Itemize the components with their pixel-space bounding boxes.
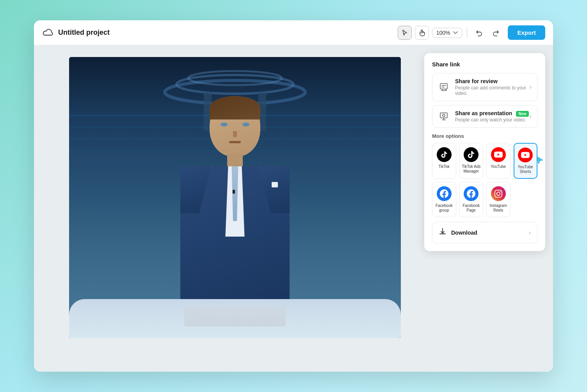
youtube-icon xyxy=(491,147,506,162)
svg-rect-10 xyxy=(440,84,447,89)
pointer-tool-button[interactable] xyxy=(398,26,412,40)
svg-point-2 xyxy=(188,71,282,85)
social-item-instagram-reels[interactable]: Instagram Reels xyxy=(486,182,511,217)
instagram-reels-icon xyxy=(491,186,506,201)
social-item-tiktok[interactable]: TikTok xyxy=(432,143,456,179)
review-arrow: › xyxy=(530,84,532,91)
export-button[interactable]: Export xyxy=(508,25,545,40)
facebook-group-label: Facebook group xyxy=(434,203,454,213)
presentation-desc: People can only watch your video. xyxy=(455,117,530,123)
person-figure xyxy=(169,96,301,299)
share-panel: Share link Share for review People can a… xyxy=(424,53,545,251)
toolbar-divider xyxy=(467,27,467,38)
zoom-control[interactable]: 100% xyxy=(432,28,462,38)
review-desc: People can add comments to your video. xyxy=(455,85,530,96)
tiktok-ads-icon xyxy=(464,147,478,162)
tiktok-label: TikTok xyxy=(438,164,450,169)
toolbar-right: Export xyxy=(508,25,545,40)
social-item-youtube-shorts[interactable]: YouTube Shorts xyxy=(514,143,538,179)
presentation-arrow: › xyxy=(530,113,532,120)
toolbar-center: 100% xyxy=(398,26,503,40)
cursor-pointer xyxy=(534,155,545,167)
new-badge: New xyxy=(516,111,529,117)
presentation-option-text: Share as presentation New People can onl… xyxy=(455,110,530,123)
undo-button[interactable] xyxy=(472,26,486,40)
presentation-label: Share as presentation New xyxy=(455,110,530,116)
youtube-shorts-icon xyxy=(518,148,533,162)
presentation-icon xyxy=(438,110,450,123)
review-option-text: Share for review People can add comments… xyxy=(455,78,530,96)
tiktok-ads-label: TikTok Ads Manager xyxy=(461,164,482,174)
main-content: Share link Share for review People can a… xyxy=(34,45,553,372)
social-item-tiktok-ads[interactable]: TikTok Ads Manager xyxy=(459,143,484,179)
tiktok-icon xyxy=(437,147,452,162)
toolbar: Untitled project 100% xyxy=(34,20,553,45)
youtube-shorts-label: YouTube Shorts xyxy=(516,165,535,174)
facebook-page-icon xyxy=(464,186,478,201)
review-label: Share for review xyxy=(455,78,530,84)
redo-button[interactable] xyxy=(489,26,503,40)
social-grid: TikTok TikTok Ads Manager xyxy=(432,143,537,217)
video-preview xyxy=(69,57,401,338)
project-title: Untitled project xyxy=(58,29,110,37)
toolbar-left: Untitled project xyxy=(42,27,393,39)
download-option[interactable]: Download › xyxy=(432,222,537,243)
facebook-group-icon xyxy=(437,186,452,201)
youtube-label: YouTube xyxy=(491,164,506,169)
social-item-youtube[interactable]: YouTube xyxy=(486,143,511,179)
more-options-title: More options xyxy=(432,133,537,139)
download-icon xyxy=(439,228,446,237)
share-panel-title: Share link xyxy=(432,61,537,68)
video-background xyxy=(69,57,401,338)
social-item-facebook-page[interactable]: Facebook Page xyxy=(459,182,484,217)
instagram-reels-label: Instagram Reels xyxy=(488,203,509,213)
download-arrow: › xyxy=(529,229,531,236)
app-window: Untitled project 100% xyxy=(34,20,553,372)
social-item-facebook-group[interactable]: Facebook group xyxy=(432,182,456,217)
download-label: Download xyxy=(451,230,529,236)
cloud-icon xyxy=(42,27,54,39)
svg-point-12 xyxy=(443,114,445,117)
svg-rect-11 xyxy=(440,113,447,118)
review-icon xyxy=(438,81,450,93)
hand-tool-button[interactable] xyxy=(415,26,429,40)
share-for-review-option[interactable]: Share for review People can add comments… xyxy=(432,73,537,101)
share-as-presentation-option[interactable]: Share as presentation New People can onl… xyxy=(432,105,537,128)
facebook-page-label: Facebook Page xyxy=(461,203,482,213)
